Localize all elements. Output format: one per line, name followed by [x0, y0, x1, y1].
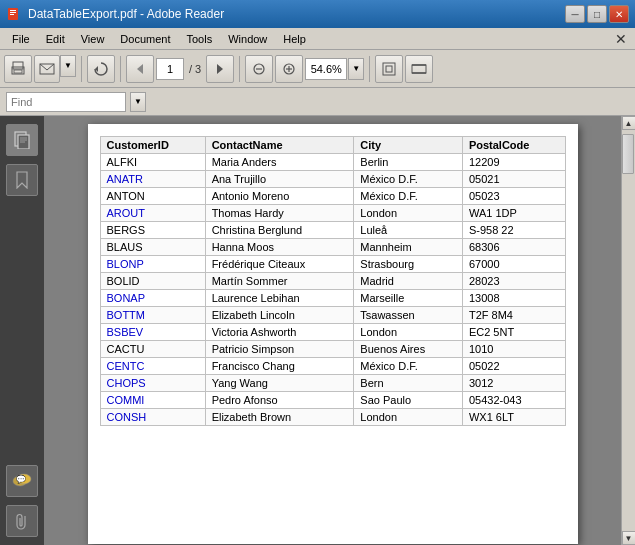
table-cell: Buenos Aires: [354, 341, 463, 358]
table-cell: London: [354, 324, 463, 341]
table-row: ALFKIMaria AndersBerlin12209: [100, 154, 565, 171]
table-cell: Frédérique Citeaux: [205, 256, 354, 273]
table-cell: Elizabeth Lincoln: [205, 307, 354, 324]
table-cell: 67000: [462, 256, 565, 273]
menu-close-button[interactable]: ✕: [611, 31, 631, 47]
table-cell: BLAUS: [100, 239, 205, 256]
email-dropdown[interactable]: ▼: [60, 55, 76, 77]
app-icon: [6, 6, 22, 22]
sep2: [120, 56, 121, 82]
print-button[interactable]: [4, 55, 32, 83]
title-bar: DataTableExport.pdf - Adobe Reader ─ □ ✕: [0, 0, 635, 28]
table-cell: COMMI: [100, 392, 205, 409]
menu-view[interactable]: View: [73, 31, 113, 47]
table-cell: Victoria Ashworth: [205, 324, 354, 341]
table-cell: 05021: [462, 171, 565, 188]
fit-page-button[interactable]: [375, 55, 403, 83]
scroll-down-button[interactable]: ▼: [622, 531, 636, 545]
table-row: CENTCFrancisco ChangMéxico D.F.05022: [100, 358, 565, 375]
table-cell: 13008: [462, 290, 565, 307]
menu-file[interactable]: File: [4, 31, 38, 47]
sidebar-pages-button[interactable]: [6, 124, 38, 156]
page-number-input[interactable]: [156, 58, 184, 80]
menu-bar: File Edit View Document Tools Window Hel…: [0, 28, 635, 50]
email-button[interactable]: [34, 55, 60, 83]
table-row: BONAPLaurence LebihanMarseille13008: [100, 290, 565, 307]
table-cell: Patricio Simpson: [205, 341, 354, 358]
table-cell: London: [354, 409, 463, 426]
table-cell: Strasbourg: [354, 256, 463, 273]
table-cell: Christina Berglund: [205, 222, 354, 239]
table-cell: Elizabeth Brown: [205, 409, 354, 426]
table-cell: Francisco Chang: [205, 358, 354, 375]
table-row: CHOPSYang WangBern3012: [100, 375, 565, 392]
table-cell: México D.F.: [354, 171, 463, 188]
table-cell: Martín Sommer: [205, 273, 354, 290]
close-button[interactable]: ✕: [609, 5, 629, 23]
table-cell: Hanna Moos: [205, 239, 354, 256]
table-cell: CACTU: [100, 341, 205, 358]
document-area: CustomerID ContactName City PostalCode A…: [44, 116, 621, 545]
table-cell: ALFKI: [100, 154, 205, 171]
table-cell: Berlin: [354, 154, 463, 171]
maximize-button[interactable]: □: [587, 5, 607, 23]
zoom-group: ▼: [305, 58, 364, 80]
table-row: AROUTThomas HardyLondonWA1 1DP: [100, 205, 565, 222]
sep1: [81, 56, 82, 82]
table-cell: ANTON: [100, 188, 205, 205]
col-header-postalcode: PostalCode: [462, 137, 565, 154]
menu-window[interactable]: Window: [220, 31, 275, 47]
table-cell: T2F 8M4: [462, 307, 565, 324]
sidebar: 💬: [0, 116, 44, 545]
table-cell: México D.F.: [354, 358, 463, 375]
table-cell: CHOPS: [100, 375, 205, 392]
svg-rect-16: [383, 63, 395, 75]
table-cell: BERGS: [100, 222, 205, 239]
svg-marker-10: [217, 64, 223, 74]
menu-help[interactable]: Help: [275, 31, 314, 47]
col-header-customerid: CustomerID: [100, 137, 205, 154]
fit-width-button[interactable]: [405, 55, 433, 83]
table-cell: ANATR: [100, 171, 205, 188]
scroll-up-button[interactable]: ▲: [622, 116, 636, 130]
table-cell: BSBEV: [100, 324, 205, 341]
minimize-button[interactable]: ─: [565, 5, 585, 23]
find-bar: ▼: [0, 88, 635, 116]
find-dropdown[interactable]: ▼: [130, 92, 146, 112]
email-group: ▼: [34, 55, 76, 83]
menu-edit[interactable]: Edit: [38, 31, 73, 47]
table-row: BLAUSHanna MoosMannheim68306: [100, 239, 565, 256]
table-row: CACTUPatricio SimpsonBuenos Aires1010: [100, 341, 565, 358]
zoom-out-button[interactable]: [245, 55, 273, 83]
svg-marker-26: [17, 172, 27, 188]
pdf-page: CustomerID ContactName City PostalCode A…: [88, 124, 578, 544]
next-page-button[interactable]: [206, 55, 234, 83]
menu-tools[interactable]: Tools: [179, 31, 221, 47]
data-table: CustomerID ContactName City PostalCode A…: [100, 136, 566, 426]
refresh-button[interactable]: [87, 55, 115, 83]
svg-marker-9: [137, 64, 143, 74]
sep3: [239, 56, 240, 82]
scroll-thumb[interactable]: [622, 134, 634, 174]
table-cell: WA1 1DP: [462, 205, 565, 222]
main-area: 💬 CustomerID ContactName City PostalCode: [0, 116, 635, 545]
table-cell: Marseille: [354, 290, 463, 307]
table-cell: 05023: [462, 188, 565, 205]
sidebar-comments-button[interactable]: 💬: [6, 465, 38, 497]
sidebar-bookmarks-button[interactable]: [6, 164, 38, 196]
prev-page-button[interactable]: [126, 55, 154, 83]
table-cell: AROUT: [100, 205, 205, 222]
sidebar-attachments-button[interactable]: [6, 505, 38, 537]
table-cell: EC2 5NT: [462, 324, 565, 341]
menu-document[interactable]: Document: [112, 31, 178, 47]
table-row: COMMIPedro AfonsoSao Paulo05432-043: [100, 392, 565, 409]
zoom-dropdown[interactable]: ▼: [348, 58, 364, 80]
scroll-track[interactable]: [622, 130, 635, 531]
table-cell: Antonio Moreno: [205, 188, 354, 205]
svg-rect-2: [10, 12, 16, 13]
table-cell: Maria Anders: [205, 154, 354, 171]
zoom-input[interactable]: [305, 58, 347, 80]
zoom-in-button[interactable]: [275, 55, 303, 83]
find-input[interactable]: [6, 92, 126, 112]
table-cell: Pedro Afonso: [205, 392, 354, 409]
